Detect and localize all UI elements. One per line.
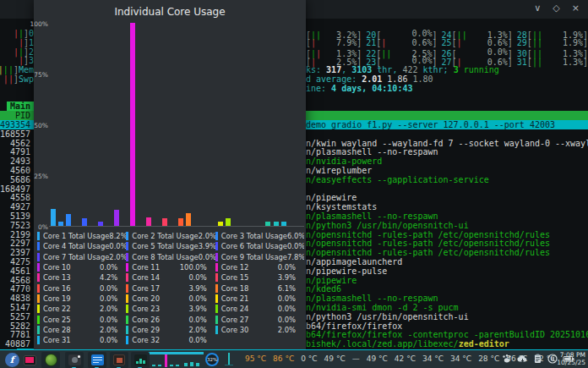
legend-swatch: [126, 284, 128, 293]
core-usage-bar: [178, 218, 183, 226]
legend-label: Core 12: [221, 263, 278, 272]
temperature-value: 28 °C: [478, 354, 499, 363]
fedora-launcher-icon[interactable]: f: [3, 352, 21, 368]
temperature-value: —: [352, 354, 360, 363]
legend-label: Core 8 Total Usage: [132, 253, 198, 261]
legend-swatch: [215, 263, 218, 272]
process-row: n/python3 /usr/bin/opensnitch-ui: [306, 221, 588, 230]
legend-value: 2.0%: [278, 326, 304, 334]
legend-label: Core 4 Total Usage: [43, 242, 109, 250]
legend-value: 0.0%: [278, 294, 304, 303]
legend-item: Core 26 0.0%: [126, 314, 215, 324]
taskbar[interactable]: 32% 95 °C86 °C0 °C49 °C—49 °C42 °C34 °C3…: [0, 349, 588, 368]
process-row: n/python3 /usr/bin/opensnitch-ui: [306, 312, 588, 321]
legend-item: Core 6 Total Usage 0.0%: [215, 241, 304, 251]
pid-cell: 4558: [0, 193, 34, 202]
legend-label: Core 9 Total Usage: [221, 253, 287, 261]
camera-app-icon[interactable]: [65, 352, 84, 368]
legend-swatch: [126, 242, 128, 250]
temperature-value: 95 °C: [245, 354, 266, 363]
clock-date: 10/25/25: [557, 360, 585, 367]
process-row: n/nvidia-powerd: [306, 157, 588, 166]
paw-icon[interactable]: [502, 354, 512, 364]
process-row: n/opensnitchd -rules-path /etc/opensnitc…: [306, 230, 588, 239]
legend-value: 0.0%: [100, 316, 126, 324]
core-usage-bar: [281, 222, 286, 226]
green-app-icon[interactable]: [41, 352, 60, 368]
temperature-value: 34 °C: [422, 354, 444, 363]
legend-item: Core 15 3.9%: [215, 272, 304, 283]
legend-label: Core 21: [221, 294, 278, 303]
files-app-icon[interactable]: [88, 352, 106, 368]
legend-value: 6.0%: [287, 232, 304, 240]
legend-item: Core 2 Total Usage 2.0%: [126, 231, 215, 241]
legend-item: Core 21 0.0%: [215, 294, 304, 304]
process-row: n/plasmashell --no-respawn: [306, 147, 588, 157]
pause-circle-icon[interactable]: [547, 354, 558, 364]
process-row: n/opensnitchd -rules-path /etc/opensnitc…: [306, 239, 588, 248]
legend-item: Core 24 0.0%: [215, 304, 304, 314]
core-usage-bar: [82, 218, 87, 226]
core-usage-bar: [98, 222, 103, 226]
legend-label: Core 5 Total Usage: [132, 242, 198, 250]
legend-label: Core 2 Total Usage: [132, 232, 198, 240]
legend-item: Core 28 2.0%: [37, 325, 126, 335]
legend-label: Core 28: [43, 326, 100, 334]
core-usage-window[interactable]: Individual Core Usage Core 1 Total Usage…: [34, 0, 306, 349]
legend-label: Core 14: [132, 273, 188, 282]
process-row: b64/firefox/firefox: [306, 321, 588, 331]
pid-cell: 4275: [0, 257, 34, 266]
legend-item: Core 29 2.0%: [126, 325, 215, 335]
legend-swatch: [126, 253, 128, 261]
legend-swatch: [126, 326, 128, 334]
legend-swatch: [215, 253, 218, 261]
legend-swatch: [37, 316, 40, 324]
legend-swatch: [126, 232, 128, 240]
terminal-app-icon[interactable]: [110, 352, 128, 368]
system-monitor-icon[interactable]: [20, 352, 39, 368]
legend-swatch: [215, 273, 218, 282]
legend-label: Core 29: [132, 326, 188, 334]
legend-value: 0.0%: [188, 294, 215, 303]
legend-swatch: [37, 336, 40, 344]
core-usage-bar: [130, 23, 135, 226]
legend-label: Core 19: [43, 294, 100, 303]
legend-item: Core 17 3.9%: [126, 283, 215, 293]
legend-swatch: [215, 232, 218, 240]
cloud-download-icon[interactable]: [517, 354, 528, 364]
legend-value: 0.0%: [188, 336, 215, 344]
legend-item: Core 12 0.0%: [215, 262, 304, 272]
legend-value: 7.8%: [287, 253, 304, 261]
legend-label: Core 30: [221, 326, 278, 334]
legend-value: 0.0%: [278, 263, 304, 272]
legend-label: Core 23: [132, 305, 188, 313]
terminal-row: PID: [0, 111, 34, 120]
legend-swatch: [126, 305, 128, 313]
legend-label: Core 1 Total Usage: [43, 232, 109, 240]
legend-item: Core 16 0.0%: [37, 283, 126, 293]
core-usage-bar: [162, 218, 167, 226]
process-row: n/plasmashell --no-respawn: [306, 294, 588, 303]
process-row: n/wireplumber: [306, 166, 588, 175]
process-row: n/pipewire-pulse: [306, 266, 588, 276]
legend-value: 3.9%: [188, 284, 215, 293]
pid-cell: 4838: [0, 294, 34, 303]
terminal-row: Main: [0, 102, 34, 111]
legend-label: Core 32: [132, 336, 188, 344]
cpu-gauge[interactable]: 32%: [205, 353, 219, 366]
process-row: n/appimagelauncherd: [306, 257, 588, 266]
chart-title: Individual Core Usage: [34, 6, 306, 18]
legend-value: 0.0%: [100, 263, 126, 272]
pid-cell: 40887: [0, 339, 34, 349]
legend-value: 2.0%: [109, 253, 126, 261]
legend-item: Core 10 0.0%: [37, 262, 126, 272]
legend-item: Core 1 Total Usage 8.2%: [37, 231, 126, 241]
legend-swatch: [37, 263, 40, 272]
legend-label: Core 11: [132, 263, 179, 272]
terminal-row: 1[|: [0, 38, 34, 47]
clipboard-icon[interactable]: [533, 354, 542, 364]
legend-label: Core 31: [43, 336, 100, 344]
clock[interactable]: 7:08 PM 10/25/25: [557, 352, 585, 366]
chart-app-icon[interactable]: [131, 352, 150, 368]
pid-cell: 2397: [0, 248, 34, 257]
